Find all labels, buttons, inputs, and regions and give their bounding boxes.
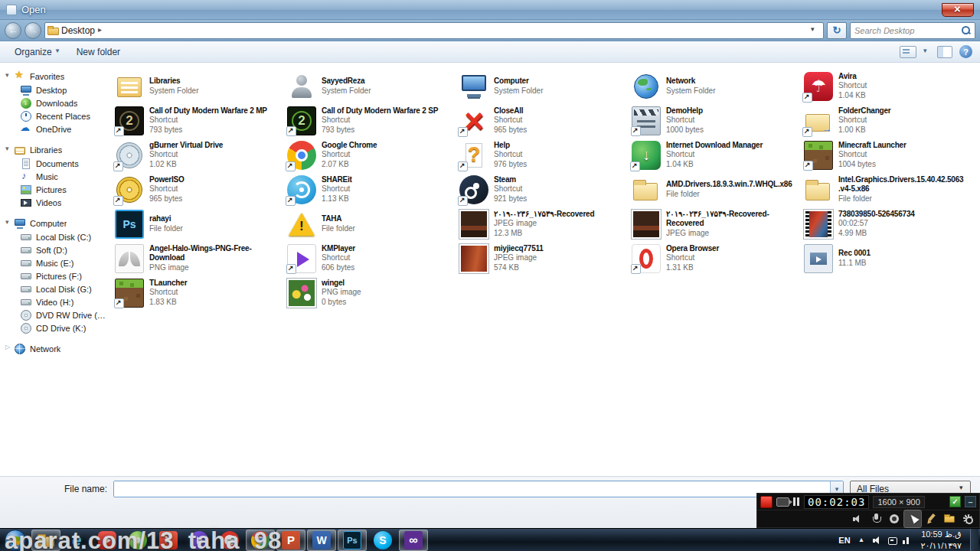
taskbar-clock[interactable]: 10:59 ق.ظ ۲۰/۱۱/۱۳۹۷	[916, 529, 966, 551]
show-desktop-button[interactable]	[970, 529, 978, 551]
file-item-rahayi[interactable]: rahayiFile folder	[109, 207, 281, 241]
pictures-icon	[20, 184, 32, 196]
sidebar-item-local-disk-g[interactable]: Local Disk (G:)	[2, 282, 106, 295]
help-button[interactable]	[959, 45, 972, 58]
file-item-demohelp[interactable]: DemoHelpShortcut1000 bytes	[626, 103, 798, 138]
titlebar[interactable]: Open	[0, 0, 980, 20]
sidebar-section-favorites[interactable]: Favorites	[2, 69, 106, 83]
folder-button[interactable]	[941, 510, 958, 527]
sidebar-item-pictures[interactable]: Pictures	[2, 183, 106, 196]
file-item-recovered-recovered[interactable]: ۲۰۱۹-۰۲۳۶_۱۷۵۳۹-Recovered-RecoveredJPEG …	[626, 207, 798, 241]
breadcrumb-location[interactable]: Desktop	[61, 25, 95, 36]
file-item-call-of-duty-modern-warfare-2-sp[interactable]: Call of Duty Modern Warfare 2 SPShortcut…	[281, 103, 453, 138]
expander-icon[interactable]	[5, 219, 14, 228]
close-button[interactable]	[942, 3, 974, 17]
sidebar-item-cd-drive-k[interactable]: CD Drive (K:)	[2, 321, 106, 334]
speaker-icon[interactable]	[871, 534, 884, 546]
change-view-button[interactable]	[900, 46, 916, 58]
file-item-recovered[interactable]: ۲۰۱۹-۰۲۳۶_۱۷۵۳۹-RecoveredJPEG image12.3 …	[453, 207, 626, 241]
sidebar-section-computer[interactable]: Computer	[2, 216, 106, 230]
sidebar-item-videos[interactable]: Videos	[2, 196, 106, 209]
address-bar[interactable]: Desktop	[44, 22, 824, 39]
new-folder-button[interactable]: New folder	[70, 44, 127, 60]
file-item-rec-0001[interactable]: Rec 000111.1 MB	[798, 241, 970, 276]
sidebar-item-recent-places[interactable]: Recent Places	[2, 109, 106, 122]
confirm-button[interactable]	[949, 496, 961, 507]
sidebar-item-video-h[interactable]: Video (H:)	[2, 295, 106, 308]
speaker-button[interactable]	[849, 510, 866, 527]
file-item-call-of-duty-modern-warfare-2-mp[interactable]: Call of Duty Modern Warfare 2 MPShortcut…	[109, 103, 281, 138]
file-item-closeall[interactable]: CloseAllShortcut965 bytes	[453, 103, 626, 138]
file-item-miyjiecq77511[interactable]: miyjiecq77511JPEG image574 KB	[453, 241, 626, 276]
taskbar-app-skype[interactable]	[368, 530, 397, 551]
file-item-kmplayer[interactable]: KMPlayerShortcut606 bytes	[281, 241, 453, 276]
sidebar-item-desktop[interactable]: Desktop	[2, 83, 106, 96]
file-item-minecraft-launcher[interactable]: Minecraft LauncherShortcut1004 bytes	[798, 138, 970, 172]
file-item-libraries[interactable]: LibrariesSystem Folder	[109, 69, 281, 103]
expander-icon[interactable]	[5, 72, 14, 81]
sidebar-section-network[interactable]: Network	[2, 341, 106, 356]
sidebar-item-onedrive[interactable]: OneDrive	[2, 122, 106, 135]
view-chevron-icon[interactable]	[923, 48, 930, 56]
search-input[interactable]	[854, 26, 959, 35]
preview-pane-button[interactable]	[937, 46, 952, 58]
file-item-internet-download-manager[interactable]: Internet Download ManagerShortcut1.04 KB	[626, 138, 798, 172]
chevron-up-icon[interactable]	[857, 534, 869, 546]
file-name-combo[interactable]	[113, 481, 844, 497]
file-item-738039850-526456734[interactable]: 738039850-52645673400:02:574.99 MB	[798, 207, 970, 241]
file-item-avira[interactable]: AviraShortcut1.04 KB	[798, 69, 970, 103]
taskbar-app-visual-studio[interactable]	[399, 530, 428, 551]
file-item-network[interactable]: NetworkSystem Folder	[626, 69, 798, 103]
minimize-recorder-button[interactable]	[965, 496, 976, 507]
file-item-steam[interactable]: SteamShortcut921 bytes	[453, 172, 626, 207]
webcam-toggle-icon[interactable]	[776, 497, 789, 507]
file-item-folderchanger[interactable]: FolderChangerShortcut1.00 KB	[798, 103, 970, 138]
pause-icon[interactable]	[793, 497, 800, 506]
file-item-tlauncher[interactable]: TLauncherShortcut1.83 KB	[109, 276, 281, 310]
address-dropdown-button[interactable]	[808, 24, 821, 37]
sidebar-item-documents[interactable]: Documents	[2, 157, 106, 170]
gear-button[interactable]	[959, 510, 976, 527]
language-indicator[interactable]: EN	[836, 534, 852, 546]
sidebar-item-local-disk-c[interactable]: Local Disk (C:)	[2, 230, 106, 243]
file-item-google-chrome[interactable]: Google ChromeShortcut2.07 KB	[281, 138, 453, 172]
file-item-amd-drivers-18-9-3-win-7-whql-x86[interactable]: AMD.Drivers.18.9.3.win.7.WHQL.x86File fo…	[626, 172, 798, 207]
cursor-button[interactable]	[904, 510, 921, 527]
file-grid[interactable]: LibrariesSystem FolderCall of Duty Moder…	[106, 63, 980, 476]
file-item-taha[interactable]: TAHAFile folder	[281, 207, 453, 241]
back-button[interactable]	[5, 22, 21, 39]
sidebar-item-downloads[interactable]: Downloads	[2, 96, 106, 109]
sidebar-item-music[interactable]: Music	[2, 170, 106, 183]
file-item-sayyedreza[interactable]: SayyedRezaSystem Folder	[281, 69, 453, 103]
chevron-right-icon[interactable]	[97, 25, 105, 36]
sidebar-item-dvd-rw-drive-i-df[interactable]: DVD RW Drive (I:) DF	[2, 308, 106, 321]
microphone-button[interactable]	[867, 510, 884, 527]
file-item-wingel[interactable]: wingelPNG image0 bytes	[281, 276, 453, 310]
search-box[interactable]	[850, 22, 975, 39]
file-name-input[interactable]	[114, 481, 830, 497]
file-item-opera-browser[interactable]: Opera BrowserShortcut1.31 KB	[626, 241, 798, 276]
network-icon[interactable]	[900, 534, 913, 546]
file-item-angel-halo-wings-png-free-download[interactable]: Angel-Halo-Wings-PNG-Free-DownloadPNG im…	[109, 241, 281, 276]
sidebar-section-libraries[interactable]: Libraries	[2, 142, 106, 157]
pencil-button[interactable]	[923, 510, 939, 527]
file-item-help[interactable]: HelpShortcut976 bytes	[453, 138, 626, 172]
webcam-button[interactable]	[886, 510, 903, 527]
record-stop-button[interactable]	[760, 496, 773, 508]
sidebar-item-soft-d[interactable]: Soft (D:)	[2, 243, 106, 256]
forward-button[interactable]	[24, 22, 41, 39]
sidebar-item-music-e[interactable]: Music (E:)	[2, 256, 106, 269]
file-item-intel-graphics-drivers-15-40-42-5063-v4-5-x86[interactable]: Intel.Graphics.Drivers.15.40.42.5063.v4-…	[798, 172, 970, 207]
taskbar-app-photoshop[interactable]	[338, 530, 367, 551]
sidebar-item-pictures-f[interactable]: Pictures (F:)	[2, 269, 106, 282]
file-item-gburner-virtual-drive[interactable]: gBurner Virtual DriveShortcut1.02 KB	[109, 138, 281, 172]
file-item-computer[interactable]: ComputerSystem Folder	[453, 69, 626, 103]
organize-button[interactable]: Organize	[8, 44, 70, 60]
taskbar-app-word[interactable]	[307, 530, 336, 551]
file-item-shareit[interactable]: SHAREitShortcut1.13 KB	[281, 172, 453, 207]
usb-icon[interactable]	[886, 534, 898, 546]
refresh-button[interactable]	[827, 22, 847, 39]
file-item-poweriso[interactable]: PowerISOShortcut965 bytes	[109, 172, 281, 207]
expander-icon[interactable]	[5, 145, 14, 155]
expander-icon[interactable]	[5, 344, 14, 354]
